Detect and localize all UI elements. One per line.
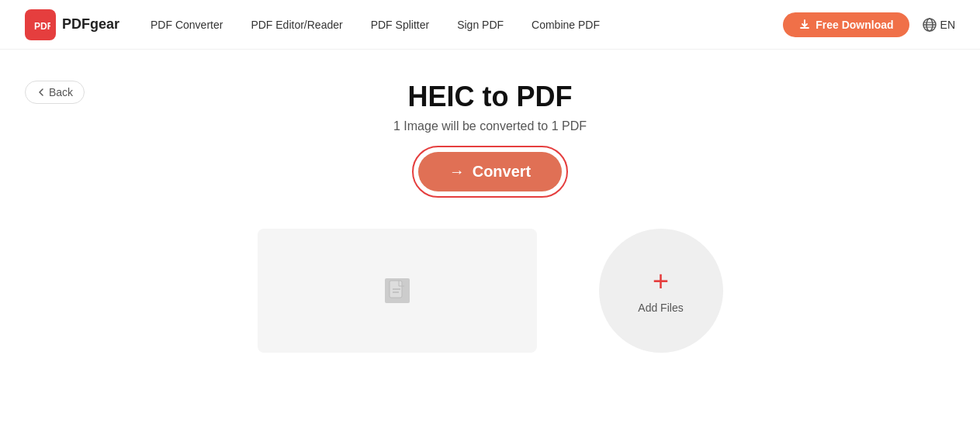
title-section: HEIC to PDF 1 Image will be converted to… — [393, 81, 587, 133]
header-right: Free Download EN — [783, 12, 955, 37]
header: PDF PDFgear PDF Converter PDF Editor/Rea… — [0, 0, 980, 50]
add-files-label: Add Files — [638, 302, 683, 314]
page-subtitle: 1 Image will be converted to 1 PDF — [393, 119, 587, 133]
input-file-card — [258, 229, 537, 353]
cards-area: + Add Files — [25, 229, 955, 353]
svg-text:PDF: PDF — [34, 21, 50, 32]
back-button[interactable]: Back — [25, 81, 85, 104]
logo-icon: PDF — [25, 9, 56, 40]
arrow-right-icon: → — [449, 163, 465, 181]
globe-icon — [922, 17, 937, 33]
lang-label: EN — [940, 19, 955, 31]
nav-pdf-splitter[interactable]: PDF Splitter — [371, 19, 429, 31]
nav-pdf-editor[interactable]: PDF Editor/Reader — [251, 19, 342, 31]
file-thumbnail — [385, 278, 410, 303]
free-download-label: Free Download — [816, 19, 893, 31]
chevron-left-icon — [36, 88, 46, 97]
nav-pdf-converter[interactable]: PDF Converter — [151, 19, 223, 31]
main-nav: PDF Converter PDF Editor/Reader PDF Spli… — [151, 19, 783, 31]
back-label: Back — [49, 86, 73, 98]
download-icon — [798, 19, 811, 31]
plus-icon: + — [653, 267, 669, 295]
logo-area[interactable]: PDF PDFgear — [25, 9, 119, 40]
language-selector[interactable]: EN — [922, 17, 955, 33]
free-download-button[interactable]: Free Download — [783, 12, 909, 37]
add-files-card[interactable]: + Add Files — [599, 229, 723, 353]
convert-button-wrapper: → Convert — [412, 146, 569, 198]
convert-label: Convert — [473, 163, 532, 181]
nav-combine-pdf[interactable]: Combine PDF — [532, 19, 600, 31]
main-content: Back HEIC to PDF 1 Image will be convert… — [0, 50, 980, 368]
nav-sign-pdf[interactable]: Sign PDF — [457, 19, 504, 31]
logo-text: PDFgear — [62, 16, 119, 33]
page-title: HEIC to PDF — [393, 81, 587, 113]
convert-button[interactable]: → Convert — [418, 152, 563, 191]
